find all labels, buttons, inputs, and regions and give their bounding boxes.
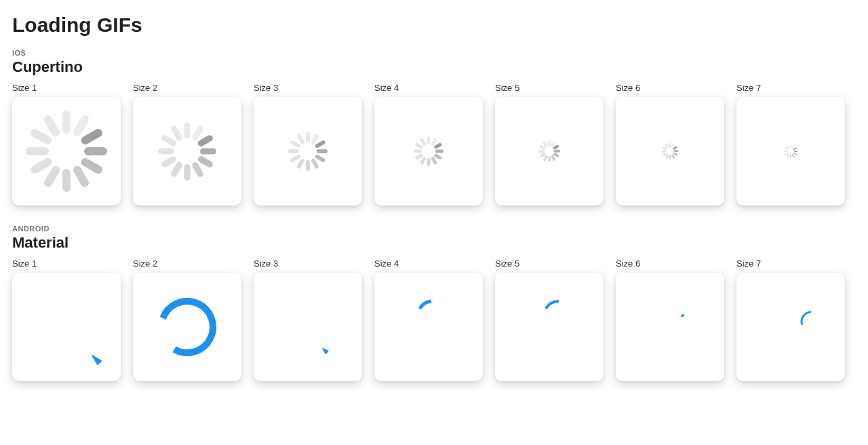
size-label: Size 5: [495, 258, 604, 269]
cupertino-spinner-icon: [287, 130, 329, 172]
section-material: ANDROID Material Size 1Size 2Size 3Size …: [12, 225, 856, 381]
spinner-card: [616, 273, 724, 381]
size-cell: Size 7: [736, 258, 845, 381]
material-spinner-icon: [777, 288, 845, 355]
size-label: Size 7: [736, 258, 845, 269]
page-title: Loading GIFs: [12, 14, 856, 37]
spinner-card: [254, 273, 362, 381]
spinner-card: [12, 273, 121, 381]
size-cell: Size 6: [616, 258, 724, 381]
section-cupertino: IOS Cupertino Size 1Size 2Size 3Size 4Si…: [12, 49, 856, 206]
cupertino-spinner-icon: [661, 142, 679, 160]
spinner-card: [374, 97, 483, 206]
section-title-cupertino: Cupertino: [12, 58, 856, 76]
spinner-card: [736, 273, 845, 381]
size-cell: Size 3: [254, 258, 362, 381]
spinner-card: [495, 273, 604, 381]
size-cell: Size 2: [133, 258, 241, 381]
size-label: Size 6: [616, 258, 724, 269]
cupertino-spinner-icon: [156, 120, 218, 182]
section-title-material: Material: [12, 234, 856, 252]
spinner-card: [12, 97, 121, 206]
size-cell: Size 2: [133, 83, 241, 206]
size-label: Size 7: [736, 83, 845, 93]
spinner-card: [133, 97, 241, 206]
cupertino-spinner-icon: [784, 144, 797, 158]
cupertino-spinner-icon: [413, 136, 444, 167]
size-cell: Size 6: [616, 83, 724, 206]
platform-tag-ios: IOS: [12, 49, 856, 57]
spinner-card: [495, 97, 604, 206]
size-label: Size 6: [616, 83, 724, 93]
size-label: Size 4: [374, 258, 483, 269]
material-spinner-icon: [153, 293, 221, 361]
size-label: Size 4: [374, 83, 483, 93]
size-cell: Size 3: [254, 83, 362, 206]
cupertino-spinner-icon: [22, 107, 111, 195]
material-spinner-icon: [651, 285, 719, 353]
size-label: Size 3: [254, 83, 362, 93]
spinner-card: [374, 273, 483, 381]
size-cell: Size 7: [736, 83, 845, 206]
size-cell: Size 5: [495, 83, 604, 206]
size-cell: Size 1: [12, 258, 121, 381]
material-spinner-icon: [399, 282, 467, 350]
cupertino-spinner-icon: [538, 140, 561, 163]
spinner-card: [254, 97, 362, 206]
size-cell: Size 5: [495, 258, 604, 381]
size-label: Size 3: [254, 258, 362, 269]
size-label: Size 1: [12, 83, 121, 93]
size-label: Size 2: [133, 258, 241, 269]
material-spinner-icon: [57, 320, 125, 388]
spinner-card: [736, 97, 845, 206]
material-spinner-icon: [288, 313, 355, 381]
size-label: Size 5: [495, 83, 604, 93]
platform-tag-android: ANDROID: [12, 225, 856, 233]
size-label: Size 2: [133, 83, 241, 93]
size-label: Size 1: [12, 258, 121, 269]
spinner-card: [616, 97, 724, 206]
material-spinner-icon: [525, 282, 593, 350]
size-cell: Size 1: [12, 83, 121, 206]
spinner-card: [133, 273, 241, 381]
size-cell: Size 4: [374, 83, 483, 206]
size-cell: Size 4: [374, 258, 483, 381]
